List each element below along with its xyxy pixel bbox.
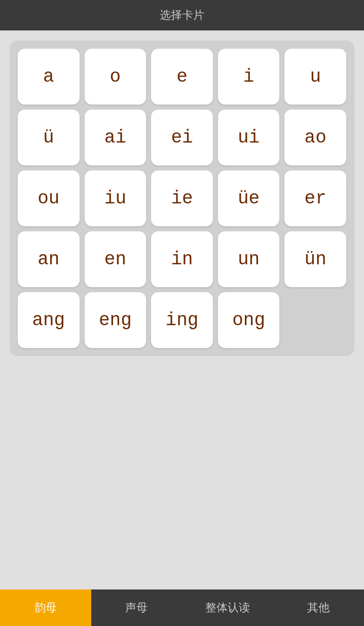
card-item[interactable]: üe (218, 170, 280, 226)
card-item[interactable]: ing (151, 292, 213, 348)
card-label: üe (238, 188, 260, 209)
card-item[interactable]: ong (218, 292, 280, 348)
card-item[interactable]: ui (218, 110, 280, 165)
card-item[interactable]: i (218, 49, 280, 105)
card-item[interactable]: in (151, 231, 213, 287)
card-item[interactable]: e (151, 49, 213, 105)
card-label: i (243, 66, 254, 87)
nav-item-2[interactable]: 整体认读 (182, 589, 273, 626)
card-label: en (104, 249, 126, 270)
card-item[interactable]: o (85, 49, 147, 105)
card-item[interactable]: ei (151, 110, 213, 165)
card-label: un (238, 249, 260, 270)
card-label: ün (305, 249, 326, 270)
card-label: er (305, 188, 326, 209)
card-grid: aoeiuüaieiuiaoouiuieüeeraneninunünangeng… (18, 49, 346, 348)
card-label: ui (238, 127, 260, 148)
card-item[interactable]: ü (18, 110, 80, 165)
bottom-nav: 韵母声母整体认读其他 (0, 589, 364, 626)
nav-item-1[interactable]: 声母 (91, 589, 183, 626)
card-label: e (176, 66, 188, 87)
card-item[interactable]: ai (85, 110, 147, 165)
card-label: in (171, 249, 193, 270)
card-label: iu (104, 188, 126, 209)
card-label: ao (305, 127, 326, 148)
card-label: u (310, 66, 321, 87)
card-item[interactable]: iu (85, 170, 147, 226)
card-item[interactable]: ün (284, 231, 346, 287)
main-content: aoeiuüaieiuiaoouiuieüeeraneninunünangeng… (0, 30, 364, 589)
card-label: an (38, 249, 59, 270)
card-label: ü (43, 127, 54, 148)
card-label: ie (171, 188, 193, 209)
card-label: ong (232, 310, 265, 331)
card-label: ing (166, 310, 199, 331)
card-item[interactable]: ie (151, 170, 213, 226)
top-bar: 选择卡片 (0, 0, 364, 30)
card-label: ang (32, 310, 65, 331)
card-grid-container: aoeiuüaieiuiaoouiuieüeeraneninunünangeng… (10, 41, 354, 356)
card-label: a (43, 66, 54, 87)
card-item[interactable]: er (284, 170, 346, 226)
card-label: o (110, 66, 121, 87)
nav-item-0[interactable]: 韵母 (0, 589, 91, 626)
card-item[interactable]: un (218, 231, 280, 287)
nav-item-3[interactable]: 其他 (273, 589, 365, 626)
card-item[interactable]: a (18, 49, 80, 105)
card-label: ei (171, 127, 193, 148)
card-label: ai (104, 127, 126, 148)
card-label: ou (38, 188, 59, 209)
card-item[interactable]: en (85, 231, 147, 287)
card-item[interactable]: ou (18, 170, 80, 226)
card-item[interactable]: ang (18, 292, 80, 348)
card-item[interactable]: an (18, 231, 80, 287)
card-item[interactable]: u (284, 49, 346, 105)
page-title: 选择卡片 (160, 8, 204, 23)
card-item[interactable]: ao (284, 110, 346, 165)
card-label: eng (99, 310, 132, 331)
card-item[interactable]: eng (85, 292, 147, 348)
